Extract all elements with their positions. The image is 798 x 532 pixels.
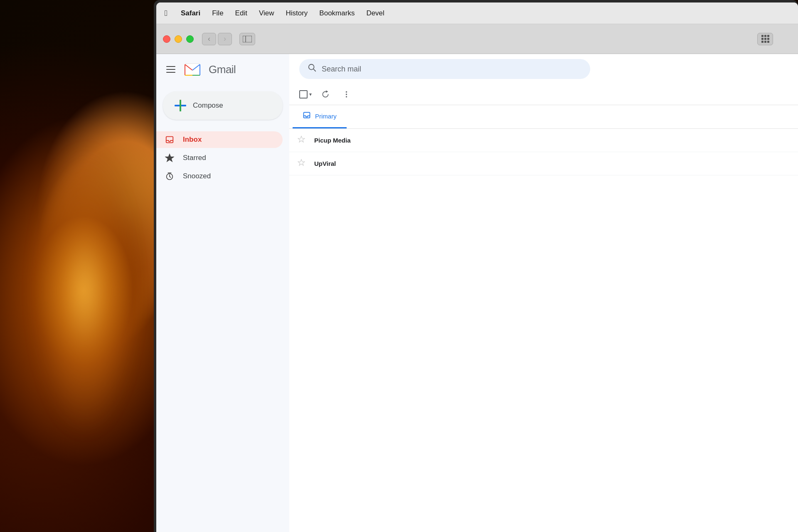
snoozed-icon	[165, 171, 175, 181]
gmail-logo	[184, 61, 201, 78]
macos-menubar:  Safari File Edit View History Bookmark…	[156, 2, 798, 24]
more-options-button[interactable]	[339, 87, 353, 101]
search-row: Search mail	[289, 54, 798, 84]
compose-plus-icon	[175, 100, 186, 111]
email-sender-1: Picup Media	[314, 137, 397, 144]
svg-point-11	[345, 94, 347, 95]
forward-icon: ›	[224, 34, 226, 43]
snoozed-label: Snoozed	[183, 172, 274, 180]
menu-develop[interactable]: Devel	[366, 9, 384, 17]
gmail-header: Gmail	[156, 61, 289, 86]
menu-history[interactable]: History	[286, 9, 308, 17]
gmail-tabs: Primary	[289, 105, 798, 129]
grid-icon	[761, 35, 769, 43]
checkbox-icon	[299, 90, 308, 99]
more-icon	[345, 90, 347, 99]
sidebar-item-snoozed[interactable]: Snoozed	[156, 168, 283, 185]
gmail-sidebar: Gmail Compose	[156, 54, 289, 532]
gmail-m-icon	[184, 61, 201, 78]
hamburger-line-1	[166, 66, 175, 67]
starred-label: Starred	[183, 154, 274, 162]
sidebar-toggle-button[interactable]	[239, 33, 255, 45]
refresh-button[interactable]	[318, 87, 332, 101]
star-icon-2[interactable]	[298, 159, 308, 168]
compose-button[interactable]: Compose	[163, 91, 283, 120]
primary-tab-icon	[303, 111, 311, 121]
menu-file[interactable]: File	[212, 9, 223, 17]
sidebar-item-inbox[interactable]: Inbox	[156, 131, 283, 148]
gmail-wordmark: Gmail	[209, 63, 236, 76]
traffic-lights	[163, 35, 194, 43]
refresh-icon	[321, 90, 330, 99]
bokeh-light	[33, 145, 137, 436]
menu-edit[interactable]: Edit	[235, 9, 247, 17]
grid-icon-button[interactable]	[757, 33, 773, 45]
tab-primary[interactable]: Primary	[293, 105, 347, 128]
nav-buttons: ‹ ›	[202, 33, 232, 45]
table-row[interactable]: UpViral	[289, 152, 798, 175]
email-sender-2: UpViral	[314, 160, 397, 167]
inbox-icon	[165, 135, 175, 145]
back-button[interactable]: ‹	[202, 33, 216, 45]
close-button[interactable]	[163, 35, 170, 43]
svg-point-12	[345, 96, 347, 97]
svg-point-10	[345, 91, 347, 93]
main-content: Gmail Compose	[156, 54, 798, 532]
checkbox-dropdown-icon[interactable]: ▾	[309, 91, 312, 97]
search-bar[interactable]: Search mail	[299, 59, 590, 79]
gmail-main: Search mail ▾	[289, 54, 798, 532]
back-icon: ‹	[208, 34, 210, 43]
menu-bookmarks[interactable]: Bookmarks	[319, 9, 355, 17]
inbox-label: Inbox	[183, 135, 274, 144]
screen:  Safari File Edit View History Bookmark…	[156, 2, 798, 532]
hamburger-menu-button[interactable]	[165, 63, 178, 76]
hamburger-line-3	[166, 72, 175, 73]
compose-label: Compose	[193, 101, 223, 110]
sidebar-toggle-icon	[243, 36, 252, 42]
search-placeholder: Search mail	[322, 65, 361, 74]
menu-view[interactable]: View	[259, 9, 274, 17]
svg-rect-0	[243, 36, 252, 42]
browser-chrome: ‹ ›	[156, 24, 798, 54]
gmail-toolbar: ▾	[289, 84, 798, 105]
tab-primary-label: Primary	[315, 113, 337, 120]
table-row[interactable]: Picup Media	[289, 129, 798, 152]
fullscreen-button[interactable]	[186, 35, 194, 43]
minimize-button[interactable]	[175, 35, 182, 43]
apple-menu-icon[interactable]: 	[165, 9, 167, 18]
star-icon-1[interactable]	[298, 135, 308, 145]
menu-safari[interactable]: Safari	[181, 9, 200, 17]
starred-icon	[165, 153, 175, 163]
email-list: Picup Media UpViral	[289, 129, 798, 532]
sidebar-item-starred[interactable]: Starred	[156, 150, 283, 166]
select-all-checkbox[interactable]: ▾	[299, 90, 312, 99]
hamburger-line-2	[166, 69, 175, 70]
search-icon	[308, 63, 317, 75]
forward-button[interactable]: ›	[218, 33, 232, 45]
